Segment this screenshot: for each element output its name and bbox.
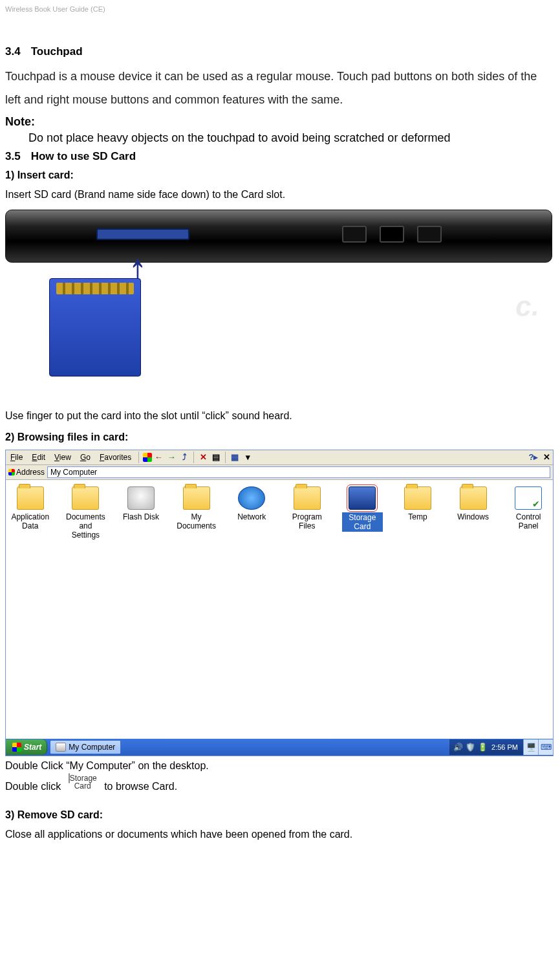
laptop-side-view (5, 210, 552, 263)
folder-icon (294, 486, 321, 510)
tray-icon[interactable]: 🔊 (453, 743, 463, 752)
side-ports (342, 226, 442, 243)
watermark-text: c. (515, 290, 539, 323)
storage-card-inline-icon: Storage Card (64, 774, 102, 800)
section-3-5-title: 3.5How to use SD Card (5, 150, 555, 163)
insert-card-text: Insert SD card (Brand name side face dow… (5, 188, 555, 202)
control-panel-icon (515, 486, 542, 510)
folder-icon (183, 486, 210, 510)
section-num: 3.5 (5, 150, 21, 163)
section-name: How to use SD Card (31, 150, 136, 162)
remove-card-heading: 3) Remove SD card: (5, 809, 555, 821)
address-input[interactable]: My Computer (47, 466, 550, 478)
drive-my-documents[interactable]: My Documents (176, 486, 217, 530)
folder-icon (404, 486, 431, 510)
windows-flag-icon[interactable] (143, 453, 152, 462)
folder-icon (72, 486, 99, 510)
start-button[interactable]: Start (6, 739, 47, 755)
drive-network[interactable]: Network (231, 486, 272, 521)
views-button[interactable]: ▦ (229, 452, 241, 463)
browsing-heading: 2) Browsing files in card: (5, 431, 555, 443)
delete-button[interactable]: ✕ (197, 452, 209, 463)
section-3-4-title: 3.4Touchpad (5, 45, 555, 58)
storage-card-label: Storage Card (70, 774, 97, 791)
address-bar: Address My Computer (6, 465, 553, 480)
tray-icon[interactable]: 🔋 (478, 743, 488, 752)
drive-label: Control Panel (508, 512, 549, 530)
double-click-storagecard-line: Double click Storage Card to browse Card… (5, 774, 555, 800)
close-button[interactable]: ✕ (541, 452, 552, 463)
explorer-icon (56, 743, 66, 752)
views-dropdown-icon[interactable]: ▾ (242, 452, 253, 463)
drive-label: Documents and Settings (65, 512, 107, 540)
sd-card-icon (49, 278, 141, 376)
drive-label: Temp (397, 512, 438, 521)
drive-documents-and-settings[interactable]: Documents and Settings (65, 486, 107, 540)
address-label: Address (6, 466, 46, 478)
sip-button[interactable]: ⌨ (538, 739, 553, 755)
port-3 (417, 226, 442, 243)
doc-header: Wireless Book User Guide (CE) (5, 5, 555, 45)
menu-favorites[interactable]: Favorites (95, 451, 136, 464)
storage-card-icon (349, 486, 376, 510)
taskbar-item-my-computer[interactable]: My Computer (50, 740, 121, 754)
drive-flash-disk[interactable]: Flash Disk (120, 486, 162, 521)
drive-label: Flash Disk (120, 512, 162, 521)
drive-storage-card[interactable]: Storage Card (342, 486, 383, 532)
explorer-window: File Edit View Go Favorites ← → ⤴ ✕ ▤ ▦ … (5, 450, 554, 756)
folder-icon (17, 486, 44, 510)
disk-icon (127, 486, 155, 510)
drive-control-panel[interactable]: Control Panel (508, 486, 549, 530)
taskbar: Start My Computer 🔊 🛡️ 🔋 2:56 PM 🖥️ ⌨ (6, 739, 553, 756)
after-insert-text: Use finger to put the card into the slot… (5, 409, 555, 423)
port-1 (342, 226, 367, 243)
sd-card-illustration: ↑ c. (5, 206, 552, 406)
drive-windows[interactable]: Windows (453, 486, 494, 521)
properties-button[interactable]: ▤ (210, 452, 222, 463)
remove-card-text: Close all applications or documents whic… (5, 827, 555, 842)
menu-view[interactable]: View (50, 451, 76, 464)
port-2 (380, 226, 404, 243)
folder-icon (460, 486, 487, 510)
section-name: Touchpad (31, 45, 83, 58)
section-num: 3.4 (5, 45, 21, 58)
sd-slot (96, 228, 189, 240)
drive-label: Application Data (10, 512, 51, 530)
drive-label: Windows (453, 512, 494, 521)
touchpad-paragraph: Touchpad is a mouse device it can be use… (5, 65, 555, 111)
drive-application-data[interactable]: Application Data (10, 486, 51, 530)
explorer-content: Application DataDocuments and SettingsFl… (6, 480, 553, 739)
start-label: Start (24, 743, 41, 752)
taskbar-clock: 2:56 PM (491, 743, 518, 751)
double-click-mycomputer-text: Double Click “My Computer” on the deskto… (5, 759, 555, 773)
drive-temp[interactable]: Temp (397, 486, 438, 521)
drive-label: Network (231, 512, 272, 521)
menu-file[interactable]: File (6, 451, 27, 464)
windows-logo-icon (12, 743, 21, 752)
up-button[interactable]: ⤴ (178, 452, 190, 463)
drive-program-files[interactable]: Program Files (286, 486, 328, 530)
menu-go[interactable]: Go (76, 451, 95, 464)
network-icon (238, 486, 265, 510)
menu-edit[interactable]: Edit (27, 451, 50, 464)
note-label: Note: (5, 115, 555, 129)
tray-icon[interactable]: 🛡️ (466, 743, 475, 752)
help-button[interactable]: ?▸ (528, 452, 539, 463)
note-body: Do not place heavy objects on the touchp… (5, 129, 555, 147)
dc-prefix: Double click (5, 781, 61, 792)
dc-suffix: to browse Card. (104, 781, 177, 792)
drive-label: Program Files (286, 512, 328, 530)
show-desktop-button[interactable]: 🖥️ (523, 739, 538, 755)
taskbar-item-label: My Computer (69, 743, 115, 752)
drive-label: My Documents (176, 512, 217, 530)
back-button[interactable]: ← (153, 452, 164, 463)
forward-button[interactable]: → (166, 452, 177, 463)
menu-bar: File Edit View Go Favorites ← → ⤴ ✕ ▤ ▦ … (6, 450, 553, 465)
system-tray[interactable]: 🔊 🛡️ 🔋 2:56 PM (449, 739, 523, 755)
insert-card-heading: 1) Insert card: (5, 169, 555, 181)
drive-label: Storage Card (342, 512, 383, 532)
